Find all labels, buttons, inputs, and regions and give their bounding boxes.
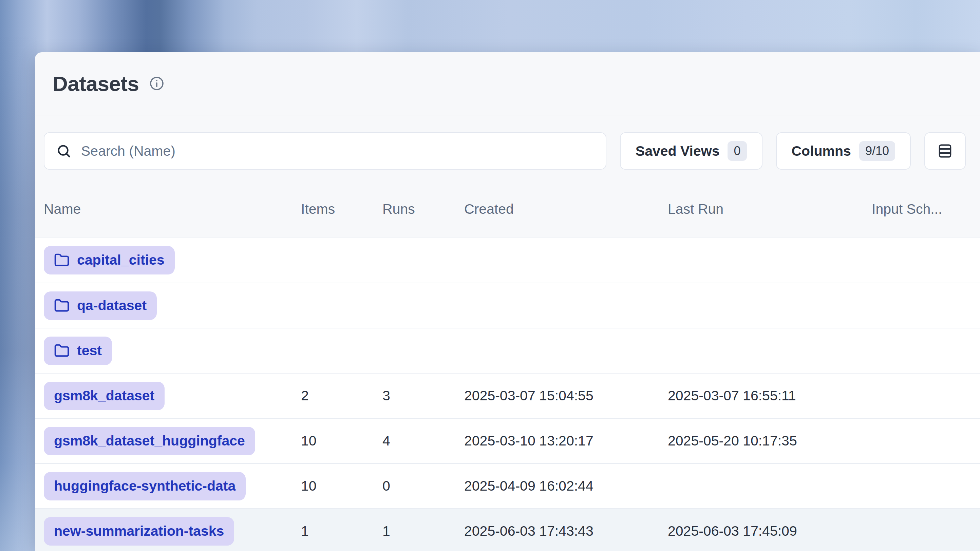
row-height-button[interactable] xyxy=(924,132,966,170)
rows-icon xyxy=(937,143,953,159)
table-row[interactable]: huggingface-synthetic-data 10 0 2025-04-… xyxy=(35,463,980,508)
columns-label: Columns xyxy=(792,143,851,159)
table-row[interactable]: test xyxy=(35,328,980,373)
info-icon[interactable] xyxy=(149,76,165,91)
dataset-name: gsm8k_dataset xyxy=(54,388,154,404)
table-row[interactable]: qa-dataset xyxy=(35,283,980,328)
saved-views-button[interactable]: Saved Views 0 xyxy=(620,132,762,170)
dataset-folder-link[interactable]: test xyxy=(44,337,112,365)
runs-cell: 4 xyxy=(382,433,464,449)
columns-count-badge: 9/10 xyxy=(859,141,895,161)
dataset-name: qa-dataset xyxy=(77,297,146,313)
dataset-name: test xyxy=(77,343,102,359)
dataset-folder-link[interactable]: qa-dataset xyxy=(44,291,157,320)
search-icon xyxy=(56,143,72,159)
dataset-name: capital_cities xyxy=(77,252,165,268)
page-title: Datasets xyxy=(52,71,139,96)
folder-icon xyxy=(54,343,70,359)
table-toolbar: Saved Views 0 Columns 9/10 xyxy=(44,132,966,170)
created-cell: 2025-03-10 13:20:17 xyxy=(464,433,668,449)
created-cell: 2025-03-07 15:04:55 xyxy=(464,388,668,404)
dataset-folder-link[interactable]: capital_cities xyxy=(44,246,175,275)
items-cell: 10 xyxy=(301,478,382,494)
datasets-panel: Datasets Saved Views 0 Columns 9/10 xyxy=(35,52,980,551)
runs-cell: 3 xyxy=(382,388,464,404)
created-cell: 2025-06-03 17:43:43 xyxy=(464,523,668,539)
table-row[interactable]: gsm8k_dataset_huggingface 10 4 2025-03-1… xyxy=(35,418,980,463)
column-header-last-run: Last Run xyxy=(668,201,872,217)
table-row-highlighted[interactable]: new-summarization-tasks 1 1 2025-06-03 1… xyxy=(35,508,980,551)
column-header-name: Name xyxy=(44,201,301,217)
items-cell: 1 xyxy=(301,523,382,539)
dataset-name: gsm8k_dataset_huggingface xyxy=(54,433,245,449)
column-header-input-schema: Input Sch... xyxy=(872,201,980,217)
dataset-name: new-summarization-tasks xyxy=(54,523,224,539)
folder-icon xyxy=(54,298,70,313)
dataset-link[interactable]: gsm8k_dataset_huggingface xyxy=(44,427,255,455)
items-cell: 2 xyxy=(301,388,382,404)
dataset-name: huggingface-synthetic-data xyxy=(54,478,235,494)
last-run-cell: 2025-03-07 16:55:11 xyxy=(668,388,872,404)
dataset-link[interactable]: gsm8k_dataset xyxy=(44,382,165,410)
column-header-runs: Runs xyxy=(382,201,464,217)
table-header-row: Name Items Runs Created Last Run Input S… xyxy=(35,170,980,238)
runs-cell: 1 xyxy=(382,523,464,539)
last-run-cell: 2025-05-20 10:17:35 xyxy=(668,433,872,449)
desktop-background-shade xyxy=(0,0,37,551)
table-row[interactable]: capital_cities xyxy=(35,238,980,283)
search-box xyxy=(44,132,606,170)
table-row[interactable]: gsm8k_dataset 2 3 2025-03-07 15:04:55 20… xyxy=(35,373,980,418)
saved-views-count-badge: 0 xyxy=(727,141,746,161)
panel-header: Datasets xyxy=(35,52,980,115)
column-header-items: Items xyxy=(301,201,382,217)
column-header-created: Created xyxy=(464,201,668,217)
dataset-link[interactable]: huggingface-synthetic-data xyxy=(44,472,246,500)
table-body: capital_cities qa-dataset xyxy=(35,238,980,551)
last-run-cell: 2025-06-03 17:45:09 xyxy=(668,523,872,539)
items-cell: 10 xyxy=(301,433,382,449)
search-input[interactable] xyxy=(81,143,594,159)
dataset-link[interactable]: new-summarization-tasks xyxy=(44,517,234,546)
runs-cell: 0 xyxy=(382,478,464,494)
folder-icon xyxy=(54,252,70,268)
columns-button[interactable]: Columns 9/10 xyxy=(776,132,911,170)
created-cell: 2025-04-09 16:02:44 xyxy=(464,478,668,494)
saved-views-label: Saved Views xyxy=(636,143,720,159)
